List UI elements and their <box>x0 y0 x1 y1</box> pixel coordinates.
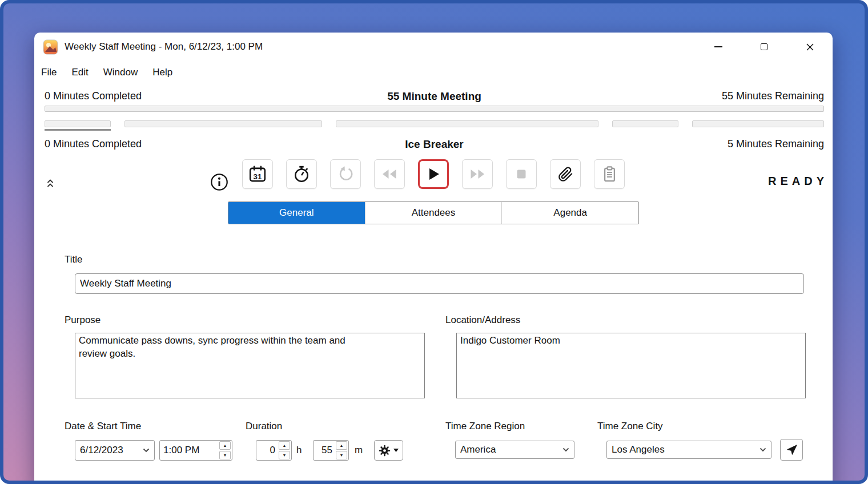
stop-button[interactable] <box>506 159 537 189</box>
reset-icon <box>337 166 354 183</box>
agenda-segment-4[interactable] <box>612 120 678 127</box>
info-icon[interactable] <box>210 173 228 191</box>
duration-hours-spinner[interactable]: 0 ▲ ▼ <box>256 440 292 461</box>
fast-forward-button[interactable] <box>462 159 493 189</box>
reset-button[interactable] <box>330 159 361 189</box>
window-controls <box>696 33 833 61</box>
notes-button[interactable] <box>594 159 625 189</box>
tz-region-select[interactable]: America <box>455 441 574 459</box>
tz-region-value: America <box>460 444 496 455</box>
dropdown-caret-icon <box>393 449 399 452</box>
agenda-completed-label: 0 Minutes Completed <box>45 138 304 151</box>
play-button[interactable] <box>418 159 449 189</box>
title-input[interactable] <box>75 273 804 294</box>
app-window: Weekly Staff Meeting - Mon, 6/12/23, 1:0… <box>34 33 833 484</box>
menu-help[interactable]: Help <box>145 67 180 78</box>
desktop-background: Weekly Staff Meeting - Mon, 6/12/23, 1:0… <box>0 0 868 484</box>
date-select[interactable]: 6/12/2023 <box>75 440 155 461</box>
menu-file[interactable]: File <box>34 67 64 78</box>
titlebar: Weekly Staff Meeting - Mon, 6/12/23, 1:0… <box>34 33 833 61</box>
minutes-spin-up-icon[interactable]: ▲ <box>336 441 347 450</box>
minutes-spin-down-icon[interactable]: ▼ <box>336 451 347 459</box>
collapse-toolbar-icon[interactable] <box>47 179 54 188</box>
rewind-icon <box>381 168 397 180</box>
date-value: 6/12/2023 <box>80 445 123 456</box>
agenda-progress-segments <box>45 120 824 127</box>
menu-edit[interactable]: Edit <box>64 67 95 78</box>
hours-spin-up-icon[interactable]: ▲ <box>279 441 290 450</box>
close-button[interactable] <box>787 33 833 61</box>
calendar-day-number: 31 <box>254 172 262 181</box>
toolbar: 31 <box>34 159 833 189</box>
hours-spin-down-icon[interactable]: ▼ <box>279 451 290 459</box>
minimize-button[interactable] <box>696 33 741 61</box>
meeting-length-label: 55 Minute Meeting <box>304 90 564 103</box>
rewind-button[interactable] <box>374 159 405 189</box>
minutes-unit-label: m <box>355 445 363 456</box>
tz-city-value: Los Angeles <box>612 444 665 455</box>
time-spin-down-icon[interactable]: ▼ <box>219 451 231 459</box>
attachment-button[interactable] <box>550 159 581 189</box>
agenda-segment-3[interactable] <box>336 120 598 127</box>
hours-unit-label: h <box>296 445 302 456</box>
duration-minutes-spinner[interactable]: 55 ▲ ▼ <box>313 440 349 461</box>
location-label: Location/Address <box>445 314 520 326</box>
maximize-icon <box>761 43 767 50</box>
app-icon <box>43 39 58 55</box>
menu-bar: File Edit Window Help <box>34 61 180 84</box>
chevron-down-icon <box>143 448 150 453</box>
paperclip-icon <box>558 167 573 182</box>
play-icon <box>427 167 440 181</box>
tz-city-select[interactable]: Los Angeles <box>606 441 771 459</box>
close-icon <box>806 43 814 51</box>
current-agenda-item-label: Ice Breaker <box>304 138 564 151</box>
duration-hours-value: 0 <box>256 445 279 456</box>
tab-agenda[interactable]: Agenda <box>501 202 638 224</box>
overall-progress-bar <box>45 106 824 112</box>
purpose-label: Purpose <box>65 314 101 326</box>
tz-city-label: Time Zone City <box>597 421 663 432</box>
date-start-time-label: Date & Start Time <box>65 421 141 432</box>
chevron-down-icon <box>760 447 766 452</box>
stop-icon <box>516 168 527 180</box>
title-label: Title <box>65 254 83 265</box>
agenda-segment-5[interactable] <box>692 120 824 127</box>
tab-attendees[interactable]: Attendees <box>365 202 502 224</box>
agenda-progress-labels: 0 Minutes Completed Ice Breaker 5 Minute… <box>45 138 824 151</box>
duration-label: Duration <box>246 421 282 432</box>
notes-icon <box>602 166 617 183</box>
fast-forward-icon <box>469 168 485 180</box>
calendar-icon: 31 <box>248 165 267 183</box>
purpose-textarea[interactable]: Communicate pass downs, sync progress wi… <box>75 333 425 398</box>
start-time-spinner[interactable]: 1:00 PM ▲ ▼ <box>159 440 232 461</box>
duration-minutes-value: 55 <box>314 445 336 456</box>
window-title: Weekly Staff Meeting - Mon, 6/12/23, 1:0… <box>65 41 263 53</box>
tab-general[interactable]: General <box>228 202 365 224</box>
gear-icon <box>379 445 391 457</box>
navigation-arrow-icon <box>786 444 798 456</box>
calendar-button[interactable]: 31 <box>242 159 273 189</box>
minimize-icon <box>714 46 722 47</box>
duration-settings-button[interactable] <box>374 440 403 461</box>
locate-timezone-button[interactable] <box>780 439 803 461</box>
agenda-segment-1[interactable] <box>45 120 111 127</box>
start-time-value: 1:00 PM <box>160 445 219 456</box>
timer-button[interactable] <box>286 159 317 189</box>
tz-region-label: Time Zone Region <box>445 421 525 432</box>
overall-completed-label: 0 Minutes Completed <box>45 90 304 103</box>
maximize-button[interactable] <box>741 33 787 61</box>
agenda-segment-2[interactable] <box>124 120 322 127</box>
tab-bar: General Attendees Agenda <box>228 201 639 224</box>
chevron-down-icon <box>562 447 569 452</box>
location-textarea[interactable]: Indigo Customer Room <box>456 333 806 398</box>
time-spin-up-icon[interactable]: ▲ <box>219 441 231 450</box>
overall-progress-labels: 0 Minutes Completed 55 Minute Meeting 55… <box>45 90 824 103</box>
menu-window[interactable]: Window <box>96 67 145 78</box>
overall-remaining-label: 55 Minutes Remaining <box>564 90 824 103</box>
agenda-remaining-label: 5 Minutes Remaining <box>564 138 824 151</box>
status-text: READY <box>768 175 828 188</box>
stopwatch-icon <box>292 165 311 183</box>
